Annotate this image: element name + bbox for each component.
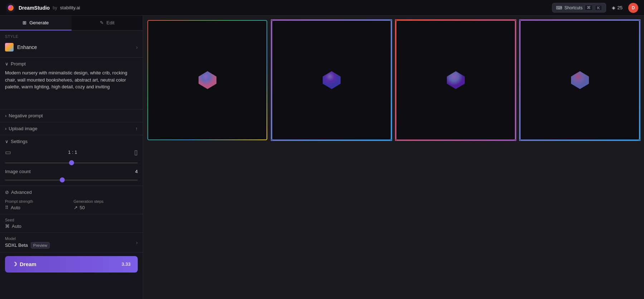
- shortcut-key-k: K: [595, 5, 602, 11]
- svg-point-1: [8, 5, 14, 11]
- model-label: Model: [5, 236, 50, 241]
- dream-button[interactable]: ☽ Dream 3.33: [5, 256, 138, 273]
- prompt-section: ∨ Prompt Modern nursery with minimalisti…: [0, 58, 143, 109]
- tab-generate[interactable]: ⊞ Generate: [0, 16, 72, 30]
- advanced-label: Advanced: [11, 190, 32, 195]
- monitor-icon: ⌨: [556, 5, 562, 10]
- shortcut-key-cmd: ⌘: [585, 5, 593, 11]
- gem-icon-1: [197, 69, 218, 91]
- prompt-collapse-toggle[interactable]: ∨ Prompt: [5, 61, 138, 67]
- dream-cost: 3.33: [122, 261, 131, 267]
- gem-icon-4: [569, 69, 591, 91]
- style-thumbnail-icon: [5, 43, 14, 52]
- header: DreamStudio by stability.ai ⌨ Shortcuts …: [0, 0, 644, 16]
- upload-icon: ↑: [136, 126, 138, 131]
- advanced-toggle[interactable]: ⊘ Advanced: [5, 190, 138, 195]
- upload-image-label: Upload image: [9, 126, 37, 131]
- dream-button-label: Dream: [20, 261, 36, 267]
- grid-icon: ⊞: [23, 20, 26, 25]
- chevron-right-icon: ›: [136, 44, 138, 50]
- sidebar: ⊞ Generate ✎ Edit Style Enhance › ∨: [0, 16, 143, 299]
- shortcuts-button[interactable]: ⌨ Shortcuts ⌘ K: [552, 3, 606, 13]
- main-layout: ⊞ Generate ✎ Edit Style Enhance › ∨: [0, 16, 644, 299]
- image-count-value: 4: [135, 169, 138, 174]
- generation-steps-label: Generation steps: [74, 199, 138, 204]
- image-card-1[interactable]: [147, 19, 268, 141]
- prompt-input[interactable]: Modern nursery with minimalistic design,…: [5, 69, 138, 104]
- chevron-right-icon-neg: ›: [5, 113, 6, 118]
- prompt-strength-field: Prompt strength ⠿ Auto: [5, 199, 69, 210]
- image-card-3[interactable]: [395, 19, 516, 141]
- model-section: Model SDXL Beta Preview ›: [0, 233, 143, 253]
- svg-marker-4: [447, 71, 465, 89]
- chevron-right-icon-upload: ›: [5, 126, 6, 131]
- aspect-ratio-slider[interactable]: [5, 162, 138, 163]
- advanced-grid: Prompt strength ⠿ Auto Generation steps …: [5, 199, 138, 210]
- aspect-landscape-icon: ▭: [5, 148, 11, 156]
- model-selector[interactable]: Model SDXL Beta Preview ›: [5, 236, 138, 249]
- steps-icon: ↗: [74, 205, 78, 210]
- svg-marker-3: [323, 71, 341, 89]
- header-left: DreamStudio by stability.ai: [6, 3, 80, 13]
- seed-label: Seed: [5, 218, 138, 222]
- gem-icon-3: [445, 69, 467, 91]
- negative-prompt-row[interactable]: › Negative prompt: [0, 109, 143, 122]
- canvas-area: [143, 16, 644, 299]
- style-selector[interactable]: Enhance ›: [5, 41, 138, 54]
- upload-left: › Upload image: [5, 126, 38, 131]
- tab-edit[interactable]: ✎ Edit: [72, 16, 143, 30]
- generation-steps-value: 50: [80, 205, 85, 210]
- model-name: SDXL Beta: [5, 242, 28, 248]
- user-avatar[interactable]: D: [628, 3, 638, 13]
- settings-label: Settings: [11, 139, 28, 144]
- image-count-row: Image count 4: [5, 169, 138, 174]
- aspect-portrait-icon: ▯: [134, 148, 138, 156]
- credits-value: 25: [618, 5, 623, 10]
- style-section: Style Enhance ›: [0, 31, 143, 58]
- model-preview-badge: Preview: [31, 242, 50, 249]
- image-card-2[interactable]: [271, 19, 392, 141]
- shortcuts-label: Shortcuts: [564, 5, 582, 10]
- seed-icon: ⌘: [5, 224, 10, 229]
- moon-icon: ☽: [12, 261, 17, 268]
- prompt-strength-value-row: ⠿ Auto: [5, 205, 69, 210]
- image-count-slider[interactable]: [5, 180, 138, 181]
- prompt-strength-value: Auto: [11, 205, 20, 210]
- seed-section: Seed ⌘ Auto: [0, 214, 143, 233]
- model-left: Model SDXL Beta Preview: [5, 236, 50, 249]
- credits-display: ◈ 25: [612, 5, 623, 10]
- prompt-strength-label: Prompt strength: [5, 199, 69, 204]
- model-chevron-icon: ›: [136, 240, 138, 245]
- generation-steps-value-row: ↗ 50: [74, 205, 138, 210]
- header-right: ⌨ Shortcuts ⌘ K ◈ 25 D: [552, 3, 638, 13]
- edit-icon: ✎: [100, 20, 104, 25]
- gem-icon-2: [321, 69, 342, 91]
- image-card-4[interactable]: [519, 19, 640, 141]
- advanced-icon: ⊘: [5, 190, 9, 195]
- aspect-ratio-row: ▭ 1 : 1 ▯: [5, 148, 138, 156]
- tab-generate-label: Generate: [29, 20, 49, 25]
- style-row-left: Enhance: [5, 43, 37, 52]
- upload-image-row[interactable]: › Upload image ↑: [0, 122, 143, 135]
- seed-value-row: ⌘ Auto: [5, 224, 138, 229]
- mode-tabs: ⊞ Generate ✎ Edit: [0, 16, 143, 31]
- settings-section: ∨ Settings ▭ 1 : 1 ▯ Image count 4: [0, 135, 143, 186]
- settings-collapse-toggle[interactable]: ∨ Settings: [5, 139, 138, 144]
- chevron-down-icon-settings: ∨: [5, 139, 9, 144]
- style-name: Enhance: [17, 44, 37, 50]
- negative-prompt-label: Negative prompt: [9, 113, 43, 118]
- generation-steps-field: Generation steps ↗ 50: [74, 199, 138, 210]
- dream-button-left: ☽ Dream: [12, 261, 36, 268]
- seed-value: Auto: [12, 224, 21, 229]
- grid-dots-icon: ⠿: [5, 205, 9, 210]
- prompt-label: Prompt: [11, 61, 26, 67]
- stability-brand: stability.ai: [60, 5, 80, 10]
- dreamstudio-logo-icon: [6, 3, 16, 13]
- svg-marker-2: [199, 71, 216, 89]
- by-text: by: [53, 5, 57, 10]
- app-name: DreamStudio: [19, 5, 50, 11]
- image-count-label: Image count: [5, 169, 31, 174]
- credits-icon: ◈: [612, 5, 615, 10]
- model-name-row: SDXL Beta Preview: [5, 242, 50, 249]
- aspect-ratio-label: 1 : 1: [68, 150, 77, 155]
